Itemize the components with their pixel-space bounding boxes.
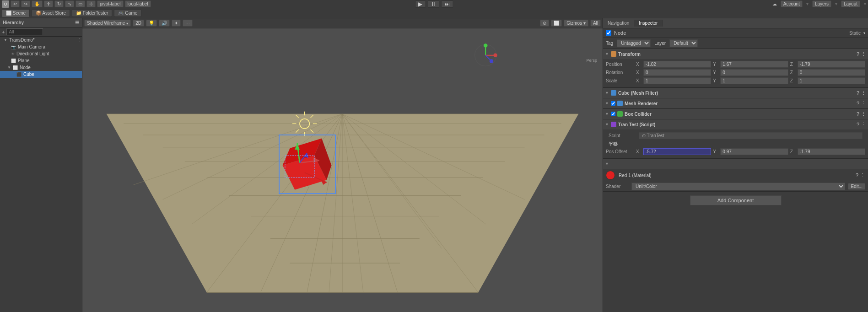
scene-canvas[interactable]: Persp bbox=[82, 28, 603, 312]
tab-inspector[interactable]: Inspector bbox=[634, 20, 663, 27]
rotate-tool[interactable]: ↻ bbox=[54, 0, 64, 7]
tag-dropdown[interactable]: Untagged bbox=[617, 39, 651, 47]
inspector-top: Node Static ▾ bbox=[603, 28, 868, 38]
transform-help-icon[interactable]: ? bbox=[857, 51, 859, 57]
tab-navigation[interactable]: Navigation bbox=[603, 20, 634, 27]
transform-color-icon bbox=[611, 51, 616, 57]
box-collider-checkbox[interactable] bbox=[611, 112, 615, 116]
hierarchy-item-cube[interactable]: ⬛ Cube bbox=[0, 71, 82, 78]
rotation-fields: X Y Z bbox=[636, 69, 865, 76]
mesh-renderer-checkbox[interactable] bbox=[611, 101, 615, 106]
mesh-filter-help-icon[interactable]: ? bbox=[857, 90, 859, 96]
2d-btn[interactable]: 2D bbox=[133, 20, 144, 27]
node-active-checkbox[interactable] bbox=[606, 30, 611, 36]
all-btn[interactable]: All bbox=[590, 20, 601, 27]
pause-button[interactable]: ⏸ bbox=[427, 0, 439, 8]
scale-tool[interactable]: ⤡ bbox=[65, 0, 74, 7]
rect-tool[interactable]: ▭ bbox=[75, 0, 85, 7]
step-button[interactable]: ⏭ bbox=[441, 0, 453, 8]
pos-z-input[interactable] bbox=[798, 61, 865, 68]
static-dropdown-arrow[interactable]: ▾ bbox=[863, 31, 865, 35]
hierarchy-root-name: TransDemo* bbox=[9, 38, 35, 43]
mesh-renderer-arrow: ▼ bbox=[605, 101, 609, 106]
offset-z-input[interactable] bbox=[798, 148, 865, 155]
hierarchy-add-icon[interactable]: + bbox=[2, 29, 5, 35]
scene-toolbar: Shaded Wireframe ▾ 2D 💡 🔊 ✦ ⋯ ⊙ ⬜ Gizmos… bbox=[82, 18, 603, 28]
box-collider-help-icon[interactable]: ? bbox=[857, 111, 859, 117]
mesh-filter-component: ▼ Cube (Mesh Filter) ? ⋮ bbox=[603, 88, 868, 98]
layer-label: Layer bbox=[654, 41, 666, 46]
pos-offset-fields: X Y Z bbox=[636, 148, 865, 155]
add-component-btn[interactable]: Add Component bbox=[690, 195, 782, 205]
toolbar-center: ▶ ⏸ ⏭ bbox=[415, 0, 453, 8]
mesh-renderer-menu-icon[interactable]: ⋮ bbox=[861, 101, 866, 107]
mesh-renderer-header[interactable]: ▼ Mesh Renderer ? ⋮ bbox=[603, 98, 868, 108]
fx-btn[interactable]: ✦ bbox=[172, 20, 181, 27]
move-tool[interactable]: ✛ bbox=[44, 0, 53, 7]
material-menu-icon[interactable]: ⋮ bbox=[860, 172, 865, 178]
tran-test-help-icon[interactable]: ? bbox=[857, 122, 859, 127]
tran-test-header[interactable]: ▼ Tran Test (Script) ? ⋮ bbox=[603, 119, 868, 129]
hierarchy-item-directional-light[interactable]: ☀ Directional Light bbox=[0, 50, 82, 57]
hand-tool[interactable]: ✋ bbox=[32, 0, 43, 7]
shader-dropdown[interactable]: Unlit/Color bbox=[631, 183, 845, 190]
layout-btn[interactable]: Layout bbox=[841, 0, 860, 7]
light-icon: ☀ bbox=[11, 52, 15, 56]
pos-y-input[interactable] bbox=[720, 61, 788, 68]
position-fields: X Y Z bbox=[636, 61, 865, 68]
aspect-btn[interactable]: ⬜ bbox=[551, 20, 562, 27]
scale-z-input[interactable] bbox=[798, 77, 865, 84]
transform-tool[interactable]: ⊹ bbox=[86, 0, 96, 7]
tab-asset-store[interactable]: 📦 Asset Store bbox=[32, 9, 70, 17]
offset-y-input[interactable] bbox=[720, 148, 788, 155]
scene-options-btn[interactable]: ⋯ bbox=[183, 20, 193, 27]
lighting-btn[interactable]: 💡 bbox=[146, 20, 157, 27]
shader-edit-btn[interactable]: Edit... bbox=[848, 183, 865, 190]
box-collider-menu-icon[interactable]: ⋮ bbox=[861, 111, 866, 117]
rot-z-input[interactable] bbox=[798, 69, 865, 76]
local-btn[interactable]: local-label bbox=[125, 0, 151, 7]
account-btn[interactable]: Account bbox=[781, 0, 803, 7]
pos-x-input[interactable] bbox=[643, 61, 711, 68]
scale-y-label: Y bbox=[713, 78, 718, 83]
scale-x-input[interactable] bbox=[643, 77, 711, 84]
isolate-btn[interactable]: ⊙ bbox=[540, 20, 549, 27]
tab-game[interactable]: 🎮 Game bbox=[114, 9, 141, 17]
material-header[interactable]: ▼ bbox=[603, 159, 868, 169]
mesh-renderer-help-icon[interactable]: ? bbox=[857, 101, 859, 106]
audio-btn[interactable]: 🔊 bbox=[159, 20, 170, 27]
camera-icon: 📷 bbox=[11, 45, 16, 49]
hierarchy-root-menu[interactable]: ⋮ bbox=[77, 38, 82, 43]
play-button[interactable]: ▶ bbox=[415, 0, 426, 8]
scale-y-input[interactable] bbox=[720, 77, 788, 84]
hierarchy-item-main-camera[interactable]: 📷 Main Camera bbox=[0, 43, 82, 50]
hierarchy-root[interactable]: ▼ TransDemo* ⋮ bbox=[0, 37, 82, 43]
tran-test-menu-icon[interactable]: ⋮ bbox=[861, 122, 866, 128]
tab-scene[interactable]: ⬜ Scene bbox=[2, 9, 30, 17]
hierarchy-item-plane[interactable]: ⬜ Plane bbox=[0, 57, 82, 64]
pivot-btn[interactable]: pivot-label bbox=[97, 0, 124, 7]
transform-header[interactable]: ▼ Transform ? ⋮ bbox=[603, 49, 868, 59]
gizmos-btn[interactable]: Gizmos ▾ bbox=[564, 20, 588, 27]
layer-dropdown[interactable]: Default bbox=[669, 39, 698, 47]
rot-x-input[interactable] bbox=[643, 69, 711, 76]
layers-btn[interactable]: Layers bbox=[812, 0, 831, 7]
hierarchy-item-node[interactable]: ▼ ⬜ Node bbox=[0, 64, 82, 71]
offset-x-input[interactable] bbox=[643, 148, 711, 155]
transform-component: ▼ Transform ? ⋮ Position X Y Z bbox=[603, 49, 868, 88]
tab-folder-tester[interactable]: 📁 FolderTester bbox=[72, 9, 112, 17]
material-help-icon[interactable]: ? bbox=[856, 172, 858, 178]
position-row: Position X Y Z bbox=[606, 61, 865, 68]
shading-dropdown[interactable]: Shaded Wireframe ▾ bbox=[84, 20, 131, 27]
rot-y-input[interactable] bbox=[720, 69, 788, 76]
tran-test-component: ▼ Tran Test (Script) ? ⋮ Script ⊙ TranTe… bbox=[603, 119, 868, 159]
undo-btn[interactable]: ↩ bbox=[11, 0, 20, 7]
mesh-filter-menu-icon[interactable]: ⋮ bbox=[861, 90, 866, 96]
transform-menu-icon[interactable]: ⋮ bbox=[861, 51, 866, 57]
hierarchy-search[interactable] bbox=[6, 28, 43, 35]
redo-btn[interactable]: ↪ bbox=[21, 0, 30, 7]
hierarchy-menu-icon[interactable]: ☰ bbox=[75, 20, 79, 25]
mesh-filter-header[interactable]: ▼ Cube (Mesh Filter) ? ⋮ bbox=[603, 88, 868, 98]
box-collider-header[interactable]: ▼ Box Collider ? ⋮ bbox=[603, 109, 868, 119]
plane-label: Plane bbox=[18, 58, 30, 63]
